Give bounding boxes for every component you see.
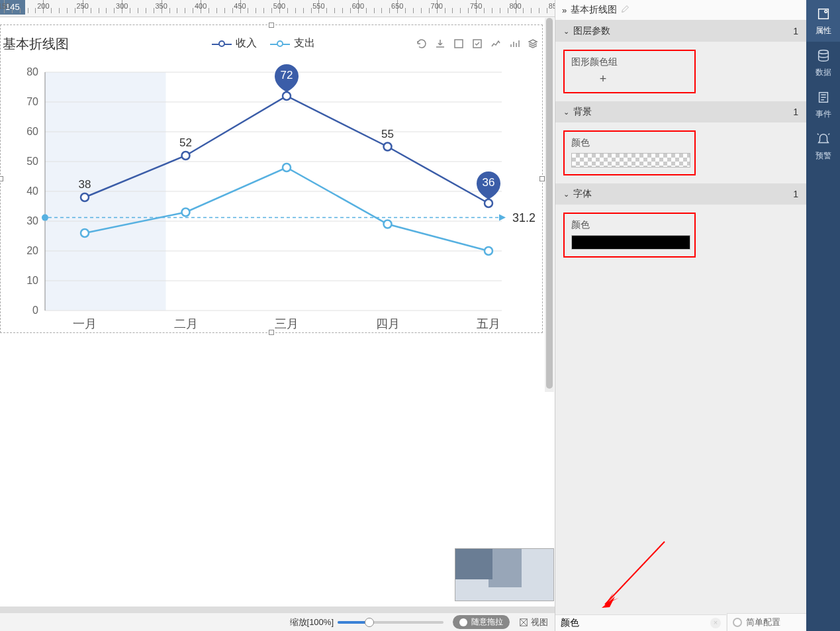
prop-color-group: 图形颜色组 + bbox=[563, 50, 696, 93]
chevron-down-icon: ⌄ bbox=[563, 27, 569, 36]
rail-label: 数据 bbox=[806, 67, 840, 78]
svg-point-34 bbox=[485, 199, 492, 207]
simple-config-toggle[interactable]: 简单配置 bbox=[727, 613, 806, 631]
svg-point-28 bbox=[42, 215, 48, 221]
legend-marker-icon bbox=[270, 40, 290, 48]
panel-header[interactable]: » 基本折线图 bbox=[555, 0, 806, 21]
zoom-label: 缩放[100%] bbox=[290, 616, 334, 628]
svg-text:38: 38 bbox=[79, 178, 91, 191]
svg-text:五月: 五月 bbox=[477, 317, 500, 330]
color-picker-black[interactable] bbox=[571, 235, 690, 250]
minimap[interactable] bbox=[455, 548, 554, 601]
legend-label: 收入 bbox=[236, 36, 257, 50]
toggle-label: 简单配置 bbox=[746, 616, 780, 628]
svg-text:36: 36 bbox=[483, 176, 495, 189]
chart-legend: 收入 支出 bbox=[212, 36, 315, 50]
svg-text:四月: 四月 bbox=[376, 317, 400, 330]
panel-search-bar: × bbox=[555, 614, 726, 631]
zoom-control: 缩放[100%] bbox=[290, 616, 443, 628]
rail-tab-alert[interactable]: 预警 bbox=[806, 125, 840, 167]
svg-point-44 bbox=[485, 247, 492, 255]
clear-icon[interactable]: × bbox=[710, 618, 721, 628]
svg-point-33 bbox=[384, 143, 392, 151]
section-layer-params: ⌄ 图层参数 1 图形颜色组 + bbox=[555, 21, 806, 93]
view-button[interactable]: 视图 bbox=[519, 616, 548, 628]
chevron-down-icon: ⌄ bbox=[563, 108, 569, 117]
scrollbar-thumb[interactable] bbox=[546, 18, 553, 389]
edit-icon[interactable] bbox=[621, 5, 630, 15]
legend-item-expense[interactable]: 支出 bbox=[270, 36, 315, 50]
chart-title: 基本折线图 bbox=[3, 35, 69, 53]
zoom-slider[interactable] bbox=[338, 621, 443, 624]
section-header-font[interactable]: ⌄ 字体 1 bbox=[555, 183, 806, 205]
legend-label: 支出 bbox=[294, 36, 315, 50]
svg-text:70: 70 bbox=[26, 96, 38, 107]
svg-text:三月: 三月 bbox=[275, 317, 299, 330]
section-count: 1 bbox=[793, 26, 798, 36]
zoom-area-icon[interactable] bbox=[453, 38, 465, 50]
layers-icon[interactable] bbox=[527, 38, 539, 50]
view-icon bbox=[519, 618, 528, 627]
legend-item-income[interactable]: 收入 bbox=[212, 36, 257, 50]
svg-text:80: 80 bbox=[26, 66, 38, 77]
chart-widget[interactable]: 基本折线图 收入 支出 bbox=[0, 26, 543, 333]
section-count: 1 bbox=[793, 107, 798, 117]
prop-label: 图形颜色组 bbox=[571, 56, 688, 68]
dataview-icon[interactable] bbox=[508, 38, 520, 50]
svg-point-40 bbox=[81, 229, 89, 237]
status-bar: 缩放[100%] 随意拖拉 视图 bbox=[0, 612, 555, 631]
canvas-area[interactable]: 基本折线图 收入 支出 bbox=[0, 18, 555, 602]
section-count: 1 bbox=[793, 189, 798, 199]
ruler-horizontal: 145 150200250300350400450500550600650700… bbox=[0, 0, 555, 17]
svg-point-30 bbox=[81, 193, 89, 201]
svg-text:10: 10 bbox=[26, 275, 38, 286]
right-rail: 属性 数据 事件 预警 bbox=[806, 0, 840, 631]
svg-text:52: 52 bbox=[179, 136, 192, 149]
rail-label: 属性 bbox=[806, 25, 840, 36]
svg-rect-0 bbox=[455, 40, 463, 48]
svg-point-31 bbox=[182, 152, 190, 160]
add-color-button[interactable]: + bbox=[595, 72, 611, 85]
search-input[interactable] bbox=[561, 618, 710, 628]
collapse-icon[interactable]: » bbox=[562, 5, 567, 15]
section-font: ⌄ 字体 1 颜色 bbox=[555, 183, 806, 258]
svg-text:20: 20 bbox=[26, 245, 38, 256]
free-drag-toggle[interactable]: 随意拖拉 bbox=[453, 615, 510, 629]
svg-point-48 bbox=[818, 50, 828, 54]
svg-point-42 bbox=[283, 164, 291, 171]
svg-text:0: 0 bbox=[32, 305, 38, 316]
rail-tab-data[interactable]: 数据 bbox=[806, 42, 840, 83]
svg-text:55: 55 bbox=[381, 128, 394, 140]
scrollbar-vertical[interactable] bbox=[545, 18, 554, 392]
prop-label: 颜色 bbox=[571, 219, 688, 231]
prop-bg-color: 颜色 bbox=[563, 130, 696, 175]
prop-font-color: 颜色 bbox=[563, 213, 696, 258]
svg-text:50: 50 bbox=[26, 156, 38, 167]
chart-toolbar bbox=[416, 38, 539, 50]
refresh-icon[interactable] bbox=[416, 38, 428, 50]
legend-marker-icon bbox=[212, 40, 232, 48]
svg-text:二月: 二月 bbox=[174, 317, 198, 330]
restore-icon[interactable] bbox=[490, 38, 502, 50]
view-label: 视图 bbox=[531, 616, 548, 628]
zoom-reset-icon[interactable] bbox=[471, 38, 483, 50]
svg-text:72: 72 bbox=[281, 69, 293, 81]
svg-text:31.2: 31.2 bbox=[512, 211, 535, 224]
section-title: 字体 bbox=[573, 188, 592, 200]
radio-icon bbox=[459, 618, 467, 626]
section-header-layer[interactable]: ⌄ 图层参数 1 bbox=[555, 21, 806, 42]
rail-tab-attributes[interactable]: 属性 bbox=[806, 0, 840, 42]
slider-thumb[interactable] bbox=[365, 618, 374, 627]
download-icon[interactable] bbox=[434, 38, 446, 50]
radio-icon bbox=[733, 618, 742, 627]
minimap-viewport[interactable] bbox=[455, 549, 492, 579]
color-picker-transparent[interactable] bbox=[571, 153, 690, 168]
rail-tab-events[interactable]: 事件 bbox=[806, 83, 840, 125]
properties-panel: » 基本折线图 ⌄ 图层参数 1 图形颜色组 + ⌄ 背景 1 颜色 ⌄ bbox=[555, 0, 806, 631]
chevron-down-icon: ⌄ bbox=[563, 190, 569, 199]
svg-point-47 bbox=[824, 11, 827, 13]
section-header-bg[interactable]: ⌄ 背景 1 bbox=[555, 101, 806, 122]
panel-title: 基本折线图 bbox=[571, 4, 617, 16]
svg-point-41 bbox=[182, 209, 190, 217]
section-background: ⌄ 背景 1 颜色 bbox=[555, 101, 806, 175]
